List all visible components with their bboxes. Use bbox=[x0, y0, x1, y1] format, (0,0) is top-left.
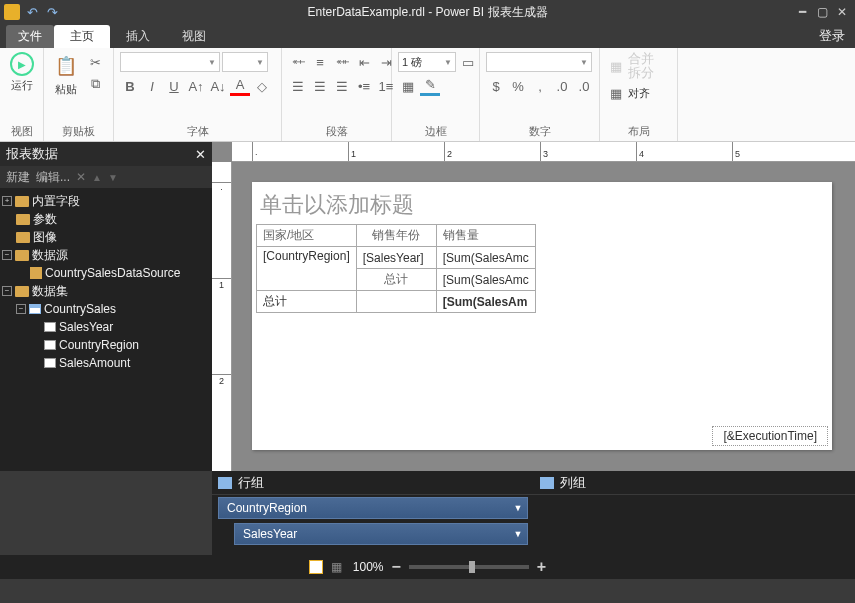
tree-ds1[interactable]: CountrySalesDataSource bbox=[2, 264, 210, 282]
cell-subtotal-val[interactable]: [Sum(SalesAmc bbox=[436, 269, 535, 291]
font-color-button[interactable]: A bbox=[230, 76, 250, 96]
tablix[interactable]: 国家/地区 销售年份 销售量 [CountryRegion] [SalesYea… bbox=[256, 224, 536, 313]
align-bot-icon[interactable]: ⬵ bbox=[332, 52, 352, 72]
zoom-out-button[interactable]: − bbox=[392, 558, 401, 576]
preview-icon[interactable]: ▦ bbox=[331, 560, 345, 574]
italic-button[interactable]: I bbox=[142, 76, 162, 96]
panel-new-button[interactable]: 新建 bbox=[6, 169, 30, 186]
row-group-country[interactable]: CountryRegion▼ bbox=[218, 497, 528, 519]
tree-field-salesyear[interactable]: SalesYear bbox=[2, 318, 210, 336]
zoom-in-button[interactable]: + bbox=[537, 558, 546, 576]
title-placeholder[interactable]: 单击以添加标题 bbox=[252, 182, 832, 224]
panel-down-icon[interactable]: ▼ bbox=[108, 172, 118, 183]
plus-icon[interactable]: + bbox=[2, 196, 12, 206]
tree-dset1[interactable]: −CountrySales bbox=[2, 300, 210, 318]
chevron-down-icon[interactable]: ▼ bbox=[514, 503, 523, 513]
cell-country[interactable]: [CountryRegion] bbox=[257, 247, 357, 291]
cell-subtotal-label[interactable]: 总计 bbox=[356, 269, 436, 291]
border-width-combo[interactable]: 1 磅▼ bbox=[398, 52, 456, 72]
execution-time-box[interactable]: [&ExecutionTime] bbox=[712, 426, 828, 446]
fill-color-button[interactable]: ◇ bbox=[252, 76, 272, 96]
shrink-font-button[interactable]: A↓ bbox=[208, 76, 228, 96]
align-top-icon[interactable]: ⬴ bbox=[288, 52, 308, 72]
cut-icon[interactable]: ✂ bbox=[85, 52, 105, 72]
minus-icon[interactable]: − bbox=[2, 250, 12, 260]
pen-icon[interactable]: ✎ bbox=[420, 76, 440, 96]
align-center-icon[interactable]: ☰ bbox=[310, 76, 330, 96]
report-page[interactable]: 单击以添加标题 国家/地区 销售年份 销售量 [CountryRegion] [… bbox=[252, 182, 832, 450]
app-icon bbox=[4, 4, 20, 20]
cell-total-blank[interactable] bbox=[356, 291, 436, 313]
align-mid-icon[interactable]: ≡ bbox=[310, 52, 330, 72]
titlebar: ↶ ↷ EnterDataExample.rdl - Power BI 报表生成… bbox=[0, 0, 855, 24]
tree-params[interactable]: 参数 bbox=[2, 210, 210, 228]
cell-total-val[interactable]: [Sum(SalesAm bbox=[436, 291, 535, 313]
ribbon: ▶运行 视图 📋粘贴 ✂ ⧉ 剪贴板 ▼ ▼ B I U A↑ A↓ A bbox=[0, 48, 855, 142]
indent-dec-icon[interactable]: ⇤ bbox=[354, 52, 374, 72]
col-groups-header: 列组 bbox=[534, 471, 856, 495]
redo-icon[interactable]: ↷ bbox=[44, 4, 60, 20]
tab-home[interactable]: 主页 bbox=[54, 25, 110, 48]
border-icon[interactable]: ▦ bbox=[398, 76, 418, 96]
folder-icon bbox=[15, 196, 29, 207]
tree-images[interactable]: 图像 bbox=[2, 228, 210, 246]
grow-font-button[interactable]: A↑ bbox=[186, 76, 206, 96]
font-family-combo[interactable]: ▼ bbox=[120, 52, 220, 72]
group-clipboard-label: 剪贴板 bbox=[50, 122, 107, 139]
row-groups-header: 行组 bbox=[212, 471, 534, 495]
header-year[interactable]: 销售年份 bbox=[356, 225, 436, 247]
bullets-icon[interactable]: •≡ bbox=[354, 76, 374, 96]
tree-builtin[interactable]: +内置字段 bbox=[2, 192, 210, 210]
tab-view[interactable]: 视图 bbox=[166, 25, 222, 48]
cell-amount[interactable]: [Sum(SalesAmc bbox=[436, 247, 535, 269]
tab-insert[interactable]: 插入 bbox=[110, 25, 166, 48]
header-amount[interactable]: 销售量 bbox=[436, 225, 535, 247]
panel-title: 报表数据 bbox=[6, 145, 58, 163]
align-left-icon[interactable]: ☰ bbox=[288, 76, 308, 96]
currency-icon[interactable]: $ bbox=[486, 76, 506, 96]
panel-close-icon[interactable]: ✕ bbox=[195, 147, 206, 162]
percent-icon[interactable]: % bbox=[508, 76, 528, 96]
tree-field-salesamount[interactable]: SalesAmount bbox=[2, 354, 210, 372]
minus-icon[interactable]: − bbox=[16, 304, 26, 314]
panel-delete-icon[interactable]: ✕ bbox=[76, 170, 86, 184]
font-size-combo[interactable]: ▼ bbox=[222, 52, 268, 72]
group-font-label: 字体 bbox=[120, 122, 275, 139]
cell-year[interactable]: [SalesYear] bbox=[356, 247, 436, 269]
zoom-slider[interactable] bbox=[409, 565, 529, 569]
chevron-down-icon[interactable]: ▼ bbox=[514, 529, 523, 539]
dec-inc-icon[interactable]: .0 bbox=[552, 76, 572, 96]
play-icon: ▶ bbox=[10, 52, 34, 76]
run-button[interactable]: ▶运行 bbox=[6, 52, 37, 93]
tree-datasets[interactable]: −数据集 bbox=[2, 282, 210, 300]
merge-icon[interactable]: ▦ bbox=[606, 56, 626, 76]
paste-button[interactable]: 📋粘贴 bbox=[50, 52, 82, 97]
number-format-combo[interactable]: ▼ bbox=[486, 52, 592, 72]
align-icon[interactable]: ▦ bbox=[606, 83, 626, 103]
maximize-icon[interactable]: ▢ bbox=[815, 5, 829, 19]
row-group-year[interactable]: SalesYear▼ bbox=[234, 523, 528, 545]
design-view-icon[interactable] bbox=[309, 560, 323, 574]
group-icon bbox=[540, 477, 554, 489]
border-style-button[interactable]: ▭ bbox=[458, 52, 478, 72]
bold-button[interactable]: B bbox=[120, 76, 140, 96]
comma-icon[interactable]: , bbox=[530, 76, 550, 96]
undo-icon[interactable]: ↶ bbox=[24, 4, 40, 20]
cell-total-label[interactable]: 总计 bbox=[257, 291, 357, 313]
panel-edit-button[interactable]: 编辑... bbox=[36, 169, 70, 186]
close-icon[interactable]: ✕ bbox=[835, 5, 849, 19]
login-link[interactable]: 登录 bbox=[819, 27, 845, 48]
copy-icon[interactable]: ⧉ bbox=[85, 74, 105, 94]
tree-field-countryregion[interactable]: CountryRegion bbox=[2, 336, 210, 354]
tab-file[interactable]: 文件 bbox=[6, 25, 54, 48]
underline-button[interactable]: U bbox=[164, 76, 184, 96]
field-icon bbox=[44, 340, 56, 350]
tree-datasources[interactable]: −数据源 bbox=[2, 246, 210, 264]
align-right-icon[interactable]: ☰ bbox=[332, 76, 352, 96]
minus-icon[interactable]: − bbox=[2, 286, 12, 296]
dec-dec-icon[interactable]: .0 bbox=[574, 76, 594, 96]
panel-up-icon[interactable]: ▲ bbox=[92, 172, 102, 183]
statusbar: ▦ 100% − + bbox=[0, 555, 855, 579]
header-country[interactable]: 国家/地区 bbox=[257, 225, 357, 247]
minimize-icon[interactable]: ━ bbox=[795, 5, 809, 19]
